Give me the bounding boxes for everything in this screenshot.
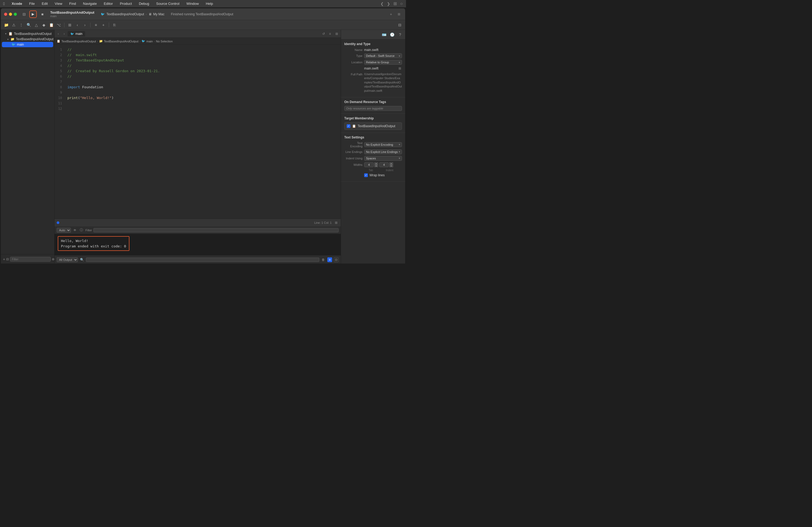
type-select[interactable]: Default - Swift Source ▾ bbox=[364, 54, 402, 58]
toolbar: 📁 ⚠ ⋮ 🔍 △ ◆ 📋 ⌥ ⊞ ‹ › ≡ + ⎘ ⊟ bbox=[1, 20, 405, 30]
tab-stepper-down[interactable]: ▼ bbox=[374, 165, 378, 167]
help-inspector-button[interactable]: ? bbox=[397, 32, 403, 37]
history-back-button[interactable]: ‹ bbox=[56, 31, 61, 36]
report-button[interactable]: 📋 bbox=[48, 22, 55, 28]
menubar-file[interactable]: File bbox=[28, 1, 36, 6]
code-content[interactable]: // // main.swift // TextBasedInputAndOut… bbox=[64, 45, 341, 219]
menubar-editor[interactable]: Editor bbox=[103, 1, 114, 6]
console-view-btn-2[interactable]: ⊟ bbox=[334, 257, 338, 262]
breadcrumb-file[interactable]: main bbox=[146, 40, 153, 43]
add-file-button[interactable]: + bbox=[3, 257, 5, 261]
run-button[interactable]: ▶ bbox=[29, 11, 37, 18]
line-endings-value: No Explicit Line Endings bbox=[366, 150, 398, 153]
editor-area: ‹ › 🐦 main ↺ ≡ ⊞ 📋 TextBasedInputAndOutp… bbox=[55, 30, 341, 264]
auto-select[interactable]: Auto bbox=[57, 228, 71, 232]
identity-inspector-button[interactable]: 🪪 bbox=[381, 32, 387, 37]
inspector-button[interactable]: ⊟ bbox=[396, 22, 403, 28]
encoding-chevron-icon: ▾ bbox=[399, 143, 400, 146]
indent-select[interactable]: Spaces ▾ bbox=[364, 156, 402, 161]
warnings-button[interactable]: △ bbox=[33, 22, 40, 28]
content-area: ▾ 📋 TextBasedInputAndOutput ▾ 📁 TextBase… bbox=[1, 30, 405, 264]
menubar-debug[interactable]: Debug bbox=[138, 1, 150, 6]
console-filter-input[interactable] bbox=[93, 228, 338, 232]
sidebar-root-item[interactable]: ▾ 📋 TextBasedInputAndOutput bbox=[1, 31, 54, 36]
inspector-panel: 🪪 🕐 ? Identity and Type Name main.swift … bbox=[341, 30, 405, 264]
toggle-sidebar-button[interactable]: ⊟ bbox=[21, 11, 27, 17]
jump-bar-button[interactable]: ≡ bbox=[93, 22, 99, 28]
stop-button[interactable]: ■ bbox=[39, 11, 46, 18]
history-inspector-button[interactable]: 🕐 bbox=[389, 32, 395, 37]
canvas-button[interactable]: ⎘ bbox=[111, 22, 118, 28]
indent-width-input[interactable] bbox=[379, 162, 389, 167]
user-icon[interactable]: ○ bbox=[400, 1, 403, 6]
breadcrumb-selection[interactable]: No Selection bbox=[156, 40, 173, 43]
console-show-button[interactable]: 👁 bbox=[73, 228, 77, 232]
sidebar-file-main[interactable]: 🐦 main bbox=[2, 42, 53, 47]
tests-button[interactable]: ⋮ bbox=[18, 22, 25, 28]
breakpoints-button[interactable]: ◆ bbox=[41, 22, 47, 28]
editor-layout-button[interactable]: ⊞ bbox=[334, 220, 338, 225]
refresh-icon[interactable]: ↺ bbox=[321, 31, 326, 36]
menubar-product[interactable]: Product bbox=[119, 1, 133, 6]
maximize-button[interactable] bbox=[14, 13, 17, 16]
editor-grid-button[interactable]: ⊞ bbox=[67, 22, 73, 28]
console-filter-btn[interactable]: 🔍 bbox=[79, 257, 84, 262]
toolbar-divider-3 bbox=[109, 22, 109, 27]
apple-menu[interactable]:  bbox=[3, 1, 4, 6]
menubar-view[interactable]: View bbox=[54, 1, 63, 6]
breadcrumb-project[interactable]: TextBasedInputAndOutput bbox=[61, 40, 96, 43]
sidebar-group-item[interactable]: ▾ 📁 TextBasedInputAndOutput bbox=[1, 36, 54, 42]
line-numbers: 123456 789101112 bbox=[55, 45, 64, 219]
fullpath-value: /Users/russellgordon/Documents/Computer … bbox=[364, 72, 402, 93]
split-editor-button[interactable]: ⊞ bbox=[396, 11, 402, 17]
console-view-btn-1[interactable]: ≡ bbox=[327, 257, 332, 262]
on-demand-title: On Demand Resource Tags bbox=[344, 100, 402, 104]
line-endings-select[interactable]: No Explicit Line Endings ▾ bbox=[364, 149, 402, 154]
navigator-button[interactable]: 📁 bbox=[3, 22, 10, 28]
menubar-source-control[interactable]: Source Control bbox=[155, 1, 181, 6]
scm-button[interactable]: ⌥ bbox=[56, 22, 62, 28]
history-forward-button[interactable]: › bbox=[61, 31, 67, 36]
indent-stepper-down[interactable]: ▼ bbox=[389, 165, 393, 167]
destination-name: My Mac bbox=[153, 12, 164, 16]
add-item-button[interactable]: + bbox=[100, 22, 106, 28]
close-button[interactable] bbox=[4, 13, 7, 16]
all-output-select[interactable]: All Output bbox=[57, 257, 78, 262]
control-center-icon[interactable]: ⊞ bbox=[393, 1, 397, 6]
editor-options-button[interactable]: ≡ bbox=[327, 31, 333, 36]
tab-width-input[interactable] bbox=[364, 162, 374, 167]
filter-sort-button[interactable]: ⊟ bbox=[6, 256, 9, 262]
editor-bottom-right: Line: 1 Col: 1 ⊞ bbox=[314, 220, 338, 225]
search-button[interactable]: 🔍 bbox=[26, 22, 32, 28]
menubar-edit[interactable]: Edit bbox=[41, 1, 48, 6]
console-toolbar: Auto 👁 ⓘ Filter bbox=[55, 226, 341, 234]
console-search-input[interactable] bbox=[86, 258, 319, 262]
copy-path-button[interactable]: ⊞ bbox=[398, 66, 402, 71]
target-checkbox[interactable]: ✓ bbox=[347, 124, 350, 128]
sidebar-filter-input[interactable] bbox=[10, 257, 51, 261]
menubar-navigate[interactable]: Navigate bbox=[82, 1, 98, 6]
menubar-find[interactable]: Find bbox=[68, 1, 77, 6]
breadcrumb-project-icon: 📋 bbox=[57, 40, 60, 43]
tab-main[interactable]: 🐦 main bbox=[68, 31, 85, 36]
nav-forward-button[interactable]: › bbox=[82, 22, 88, 28]
menubar-window[interactable]: Window bbox=[185, 1, 200, 6]
minimize-button[interactable] bbox=[9, 13, 12, 16]
tab-stepper-up[interactable]: ▲ bbox=[374, 162, 378, 165]
menubar-xcode[interactable]: Xcode bbox=[11, 1, 23, 6]
location-select[interactable]: Relative to Group ▾ bbox=[364, 60, 402, 65]
console-output: Hello, World! Program ended with exit co… bbox=[55, 234, 341, 255]
split-view-button[interactable]: ⊞ bbox=[334, 31, 340, 37]
issues-button[interactable]: ⚠ bbox=[11, 22, 17, 28]
menubar-help[interactable]: Help bbox=[205, 1, 214, 6]
console-clear-button[interactable]: 🗑 bbox=[321, 257, 326, 262]
add-button[interactable]: + bbox=[388, 11, 394, 17]
console-info-button[interactable]: ⓘ bbox=[79, 228, 84, 232]
nav-back-button[interactable]: ‹ bbox=[74, 22, 81, 28]
wrap-lines-checkbox[interactable]: ✓ bbox=[364, 174, 368, 177]
breadcrumb-group[interactable]: TextBasedInputAndOutput bbox=[104, 40, 138, 43]
indent-stepper-up[interactable]: ▲ bbox=[389, 162, 393, 165]
sidebar-filter-options[interactable]: ⊕ bbox=[52, 257, 55, 261]
scheme-selector[interactable]: 🐦 TextBasedInputAndOutput › 🖥 My Mac bbox=[101, 12, 164, 16]
encoding-select[interactable]: No Explicit Encoding ▾ bbox=[364, 142, 402, 147]
